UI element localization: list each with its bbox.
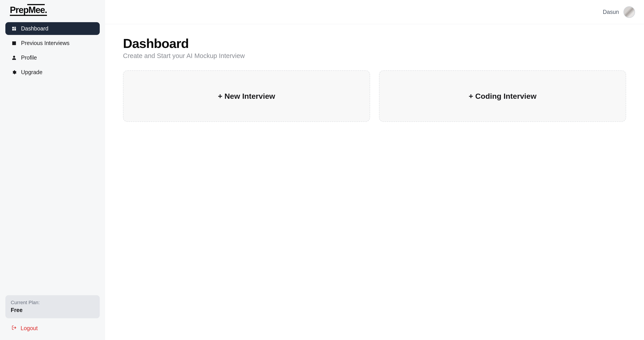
page-subtitle: Create and Start your AI Mockup Intervie… bbox=[123, 52, 626, 60]
sidebar-item-profile[interactable]: Profile bbox=[5, 51, 100, 64]
page-title: Dashboard bbox=[123, 36, 626, 51]
new-interview-button[interactable]: + New Interview bbox=[123, 70, 370, 122]
logout-label: Logout bbox=[20, 325, 38, 331]
logo-text: PrepMee. bbox=[10, 5, 47, 16]
gear-icon bbox=[12, 70, 16, 75]
topbar: Dasun bbox=[105, 0, 644, 24]
logo[interactable]: PrepMee. bbox=[5, 5, 100, 22]
sidebar-item-upgrade[interactable]: Upgrade bbox=[5, 66, 100, 79]
sidebar-item-dashboard[interactable]: Dashboard bbox=[5, 22, 100, 35]
plan-label: Current Plan: bbox=[11, 300, 94, 305]
username: Dasun bbox=[603, 9, 619, 15]
logout-button[interactable]: Logout bbox=[5, 322, 100, 335]
card-grid: + New Interview + Coding Interview bbox=[123, 70, 626, 122]
barchart-icon bbox=[12, 41, 16, 46]
content: Dashboard Create and Start your AI Mocku… bbox=[105, 24, 644, 133]
main: Dasun Dashboard Create and Start your AI… bbox=[105, 0, 644, 340]
coding-interview-button[interactable]: + Coding Interview bbox=[379, 70, 626, 122]
sidebar-item-label: Dashboard bbox=[21, 25, 48, 32]
logout-icon bbox=[12, 325, 16, 331]
person-icon bbox=[12, 55, 16, 60]
sidebar: PrepMee. Dashboard Previous Interviews bbox=[0, 0, 105, 340]
dashboard-icon bbox=[12, 26, 16, 31]
sidebar-item-previous-interviews[interactable]: Previous Interviews bbox=[5, 37, 100, 50]
plan-value: Free bbox=[11, 307, 94, 313]
sidebar-item-label: Previous Interviews bbox=[21, 40, 70, 46]
sidebar-item-label: Upgrade bbox=[21, 69, 42, 75]
nav-list: Dashboard Previous Interviews Profile Up… bbox=[5, 22, 100, 79]
plan-card: Current Plan: Free bbox=[5, 295, 100, 318]
avatar[interactable] bbox=[624, 6, 635, 18]
card-label: + Coding Interview bbox=[469, 92, 536, 101]
sidebar-item-label: Profile bbox=[21, 54, 37, 61]
card-label: + New Interview bbox=[218, 92, 275, 101]
